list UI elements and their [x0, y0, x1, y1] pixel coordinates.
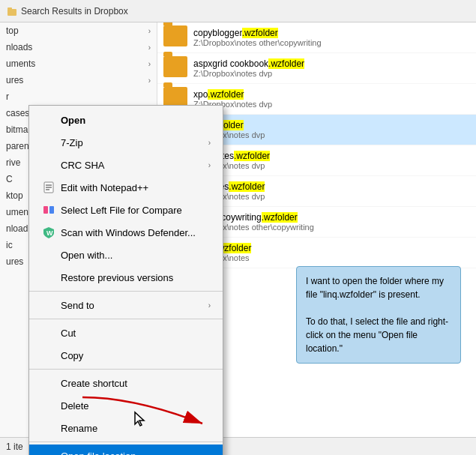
sidebar-item-4[interactable]: r [0, 88, 157, 105]
svg-rect-1 [7, 7, 12, 10]
breadcrumb-text: Search Results in Dropbox [21, 6, 128, 16]
tooltip-line1: I want to open the folder where my file … [306, 276, 444, 300]
status-text: 1 ite [6, 442, 23, 452]
folder-icon-0 [163, 25, 187, 49]
menu-item-sendto[interactable]: Send to › [29, 294, 223, 316]
folder-icon-1 [163, 56, 187, 80]
menu-openwith-icon [41, 247, 56, 262]
file-name-1: aspxgrid cookbook.wzfolder [193, 58, 304, 69]
menu-item-open[interactable]: Open [29, 109, 223, 131]
file-item-copyblogger[interactable]: copyblogger.wzfolder Z:\Dropbox\notes ot… [157, 22, 476, 53]
menu-crc-icon [41, 157, 56, 172]
menu-item-restore[interactable]: Restore previous versions [29, 266, 223, 289]
separator-3 [29, 369, 223, 370]
file-path-1: Z:\Dropbox\notes dvp [193, 69, 304, 78]
sidebar-item-3[interactable]: ures› [0, 72, 157, 88]
menu-item-crcsha[interactable]: CRC SHA › [29, 154, 223, 176]
separator-1 [29, 291, 223, 292]
menu-restore-icon [41, 270, 56, 285]
menu-item-copy[interactable]: Copy [29, 344, 223, 367]
red-arrow-pointer [75, 390, 225, 435]
menu-item-7zip[interactable]: 7-Zip › [29, 131, 223, 154]
folder-label-1: aspxgrid cookbook.wzfolder Z:\Dropbox\no… [193, 58, 304, 78]
separator-4 [29, 442, 223, 442]
menu-rename-icon [41, 421, 56, 436]
submenu-arrow-crc: › [208, 161, 211, 169]
menu-item-cut[interactable]: Cut [29, 322, 223, 344]
notepad-icon [41, 180, 56, 195]
menu-item-openwith[interactable]: Open with... [29, 244, 223, 266]
menu-item-compare[interactable]: Select Left File for Compare [29, 199, 223, 221]
menu-cut-icon [41, 325, 56, 340]
file-item-aspxgrid[interactable]: aspxgrid cookbook.wzfolder Z:\Dropbox\no… [157, 53, 476, 84]
shield-icon: W [41, 225, 56, 240]
top-bar: Search Results in Dropbox [0, 0, 476, 22]
menu-sendto-icon [41, 298, 56, 313]
svg-rect-0 [7, 9, 16, 16]
arrow-icon-3: › [148, 76, 151, 85]
menu-open-icon [41, 112, 56, 127]
file-name-0: copyblogger.wzfolder [193, 28, 322, 38]
arrow-icon-0: › [148, 27, 151, 35]
tooltip-bubble: I want to open the folder where my file … [296, 266, 461, 364]
svg-rect-6 [43, 206, 48, 214]
breadcrumb-icon [6, 5, 18, 17]
svg-text:W: W [46, 229, 53, 237]
menu-item-openfilelocation[interactable]: Open file location [29, 445, 223, 455]
menu-7zip-icon [41, 135, 56, 150]
menu-item-notepad[interactable]: Edit with Notepad++ [29, 176, 223, 199]
file-path-0: Z:\Dropbox\notes other\copywriting [193, 38, 322, 47]
sidebar-item-1[interactable]: nloads› [0, 39, 157, 55]
menu-location-icon [41, 448, 56, 455]
file-name-2: xpo.wzfolder [193, 89, 272, 100]
menu-shortcut-icon [41, 376, 56, 391]
submenu-arrow-sendto: › [208, 301, 211, 310]
svg-rect-7 [49, 206, 54, 214]
folder-label-0: copyblogger.wzfolder Z:\Dropbox\notes ot… [193, 28, 322, 47]
submenu-arrow-7zip: › [208, 139, 211, 147]
menu-delete-icon [41, 398, 56, 413]
menu-copy-icon [41, 348, 56, 363]
tooltip-line2: To do that, I select the file and right-… [306, 316, 448, 354]
arrow-icon-2: › [148, 60, 151, 68]
menu-item-defender[interactable]: W Scan with Windows Defender... [29, 221, 223, 244]
sidebar-item-2[interactable]: uments› [0, 55, 157, 72]
sidebar-item-0[interactable]: top› [0, 22, 157, 39]
arrow-icon-1: › [148, 43, 151, 52]
compare-icon [41, 202, 56, 217]
separator-2 [29, 319, 223, 319]
